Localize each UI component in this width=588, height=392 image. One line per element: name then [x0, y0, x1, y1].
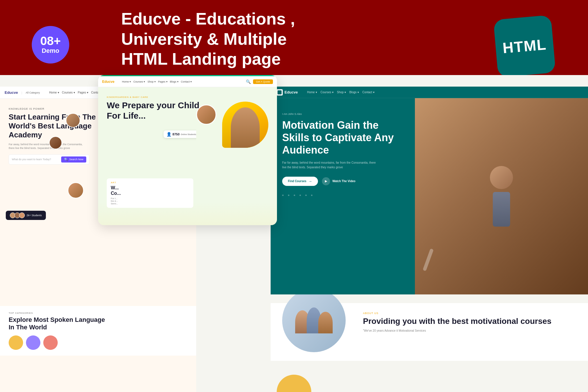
avatar-float-1 [66, 113, 80, 128]
avatar-float-2 [49, 136, 62, 149]
category-icon-1 [9, 335, 23, 350]
sc-hero-sub: KINDERGARDEN & BABY CARE [107, 96, 268, 98]
orange-decoration [277, 375, 311, 392]
category-icon-3 [43, 335, 58, 350]
right-text: I Am John S Alex Motivation Gain the Ski… [271, 98, 415, 294]
watch-video-btn[interactable]: ▶ Watch The Video [322, 177, 355, 185]
demo-badge: 08+ Demo [32, 26, 69, 64]
category-icons [9, 335, 188, 350]
dot [311, 195, 312, 196]
html-badge: HTML [493, 15, 556, 78]
bottom-right-section: About Us Providing you with the best mot… [271, 303, 588, 361]
cta-btn-center[interactable]: Get A Quote [253, 79, 273, 84]
content-area: Educve | All Category Home ▾ Courses ▾ P… [0, 75, 588, 392]
hero-center: KINDERGARDEN & BABY CARE We Prepare your… [98, 87, 277, 129]
nav-links-left: Home ▾ Courses ▾ Pages ▾ Contact ▾ [49, 91, 103, 94]
category-icon-2 [26, 335, 40, 350]
search-bar[interactable]: What do you want to learn Today? 🔍 Searc… [9, 154, 89, 165]
about-label: About Us [363, 312, 576, 315]
hero-image-center [222, 102, 268, 148]
right-content: I Am John S Alex Motivation Gain the Ski… [271, 98, 588, 294]
right-image [415, 98, 588, 294]
dot [305, 195, 307, 196]
nav-links-center: Home ▾ Courses ▾ Shop ▾ Pages ▾ Blogs ▾ … [122, 80, 192, 83]
right-buttons: Find Courses → ▶ Watch The Video [282, 177, 403, 186]
center-bottom-preview: ART W...Co... For t...the d...Semi... [107, 178, 268, 208]
nav-logo-right: Educve [284, 90, 298, 94]
right-desc: Far for away, behind the word mountains,… [282, 160, 380, 170]
screenshot-center: Educve Home ▾ Courses ▾ Shop ▾ Pages ▾ B… [98, 75, 277, 225]
students-badge: 👤 8750 Online Students [164, 130, 196, 138]
avatar-float-3 [68, 182, 84, 198]
about-desc: "We've 20 years Advance it Motivational … [363, 328, 576, 333]
header: 08+ Demo Educve - Educations , Universit… [0, 0, 588, 75]
demo-badge-number: 08+ [40, 35, 61, 47]
bottom-section-left: TOP CATEGORIES Explore Most Spoken Langu… [0, 306, 196, 356]
students-count-badge: 2k+ Students [6, 211, 46, 220]
floating-avatar-center [196, 104, 216, 125]
right-sub: I Am John S Alex [282, 113, 403, 115]
screenshot-right: Educve Home ▾ Courses ▾ Shop ▾ Blogs ▾ C… [271, 87, 588, 294]
about-text-group: About Us Providing you with the best mot… [363, 312, 576, 352]
top-border [98, 75, 277, 76]
about-circle-image [282, 289, 346, 352]
demo-badge-label: Demo [42, 47, 59, 55]
nav-bar-center: Educve Home ▾ Courses ▾ Shop ▾ Pages ▾ B… [98, 76, 277, 87]
nav-logo-left: Educve [5, 90, 18, 95]
dot [282, 195, 284, 196]
dot [294, 195, 295, 196]
search-button[interactable]: 🔍 Search Now [61, 156, 86, 163]
hero-desc-left: Far away, behind the word mountains, far… [9, 143, 84, 150]
right-title: Motivation Gain the Skills to Captivate … [282, 119, 403, 156]
dots-decoration [282, 195, 403, 196]
main-title: Educve - Educations , University & Multi… [121, 9, 323, 69]
find-courses-btn[interactable]: Find Courses → [282, 177, 318, 186]
bottom-title-left: Explore Most Spoken Language In The Worl… [9, 316, 188, 331]
play-icon: ▶ [322, 177, 330, 185]
nav-logo-right-wrapper: Educve [276, 89, 298, 96]
nav-logo-center: Educve [102, 80, 115, 84]
nav-bar-right: Educve Home ▾ Courses ▾ Shop ▾ Blogs ▾ C… [271, 87, 588, 98]
dot [299, 195, 301, 196]
about-title: Providing you with the best motivational… [363, 316, 576, 326]
bottom-label-left: TOP CATEGORIES [9, 312, 188, 314]
nav-links-right: Home ▾ Courses ▾ Shop ▾ Blogs ▾ Contact … [307, 91, 374, 94]
dot [288, 195, 289, 196]
search-icon-center[interactable]: 🔍 [246, 79, 251, 84]
